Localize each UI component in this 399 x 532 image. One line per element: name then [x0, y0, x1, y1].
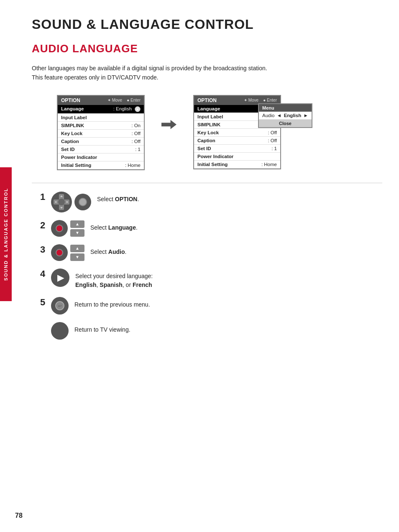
down-button-3: ▼: [70, 253, 84, 261]
step-5: 5 ↩ Return to the previous menu.: [40, 297, 382, 315]
right-diagram: OPTION ✦ Move ● Enter Language : Engl...…: [193, 95, 281, 169]
ok-button-2: [51, 220, 68, 237]
step-3-icon: ▲ ▼: [51, 244, 84, 261]
up-button-3: ▲: [70, 245, 84, 252]
diagrams-area: OPTION ✦ Move ● Enter Language : English…: [32, 95, 382, 171]
right-arrow-button: ▶: [51, 269, 69, 287]
popup-wrapper: OPTION ✦ Move ● Enter Language : Engl...…: [193, 95, 281, 169]
step-5-icon: ↩: [51, 297, 69, 315]
step-3-number: 3: [40, 245, 50, 254]
dpad-button: [51, 192, 72, 212]
step-6-number: [40, 323, 50, 332]
description: Other languages may be available if a di…: [32, 64, 382, 82]
svg-point-4: [58, 199, 65, 205]
step-5-number: 5: [40, 298, 50, 307]
menu-row-caption-right: Caption : Off: [194, 137, 280, 145]
step-3-text: Select Audio.: [90, 244, 126, 256]
step-1-number: 1: [40, 192, 50, 202]
step-2: 2 ▲ ▼ Select Language.: [40, 220, 382, 237]
step-3: 3 ▲ ▼ Select Audio.: [40, 244, 382, 261]
back-icon: ↩: [58, 304, 61, 308]
updown-buttons-3: ▲ ▼: [70, 245, 84, 261]
step-6-icon: [51, 322, 69, 340]
floating-menu-header: Menu: [259, 104, 312, 112]
menu-row-powerindicator-right: Power Indicator: [194, 153, 280, 161]
ok-button-3: [51, 244, 68, 261]
step-4-number: 4: [40, 269, 50, 279]
left-option-menu: OPTION ✦ Move ● Enter Language : English…: [57, 95, 145, 171]
page-number: 78: [15, 512, 23, 519]
tv-button: [51, 322, 69, 340]
side-label: SOUND & LANGUAGE CONTROL: [0, 167, 12, 301]
step-5-text: Return to the previous menu.: [74, 297, 150, 309]
steps-section: 1: [32, 192, 382, 340]
menu-row-language-left: Language : English ●: [58, 105, 144, 114]
floating-menu-audio-row: Audio ◄ English ►: [259, 112, 312, 120]
section-divider: [32, 183, 382, 183]
menu-row-setid-right: Set ID : 1: [194, 145, 280, 153]
step-1: 1: [40, 192, 382, 212]
step-6: Return to TV viewing.: [40, 322, 382, 340]
menu-row-caption-left: Caption : Off: [58, 138, 144, 146]
menu-row-initialsetting-right: Initial Setting : Home: [194, 161, 280, 169]
menu-row-powerindicator-left: Power Indicator: [58, 153, 144, 161]
page-title: SOUND & LANGUAGE CONTROL: [32, 17, 382, 32]
step-2-icon: ▲ ▼: [51, 220, 84, 237]
back-button-inner: ↩: [55, 301, 64, 310]
menu-row-keylock-right: Key Lock : Off: [194, 129, 280, 137]
menu-row-keylock-left: Key Lock : Off: [58, 130, 144, 138]
step-2-text: Select Language.: [90, 220, 138, 232]
step-2-number: 2: [40, 221, 50, 230]
step-4-text: Select your desired language: English, S…: [75, 269, 153, 289]
up-button: ▲: [70, 220, 84, 228]
back-button: ↩: [51, 297, 69, 315]
step-1-text: Select OPTION.: [97, 192, 139, 204]
left-menu-header: OPTION ✦ Move ● Enter: [58, 96, 144, 105]
step-6-text: Return to TV viewing.: [74, 322, 130, 334]
arrow-indicator: [161, 95, 176, 129]
section-title: AUDIO LANGUAGE: [32, 42, 382, 55]
updown-buttons: ▲ ▼: [70, 220, 84, 237]
floating-menu-close[interactable]: Close: [259, 120, 312, 127]
right-arrow-icon: ▶: [57, 273, 64, 283]
menu-row-simplink-left: SIMPLINK : On: [58, 122, 144, 130]
down-button: ▼: [70, 229, 84, 237]
step-4: 4 ▶ Select your desired language: Englis…: [40, 269, 382, 289]
step-4-icon: ▶: [51, 269, 69, 287]
ok-button: [74, 194, 91, 210]
menu-row-inputlabel-left: Input Label: [58, 114, 144, 122]
floating-language-menu: Menu Audio ◄ English ► Close: [258, 103, 312, 128]
menu-row-setid-left: Set ID : 1: [58, 146, 144, 153]
menu-row-initialsetting-left: Initial Setting : Home: [58, 161, 144, 169]
step-1-icon: [51, 192, 91, 212]
